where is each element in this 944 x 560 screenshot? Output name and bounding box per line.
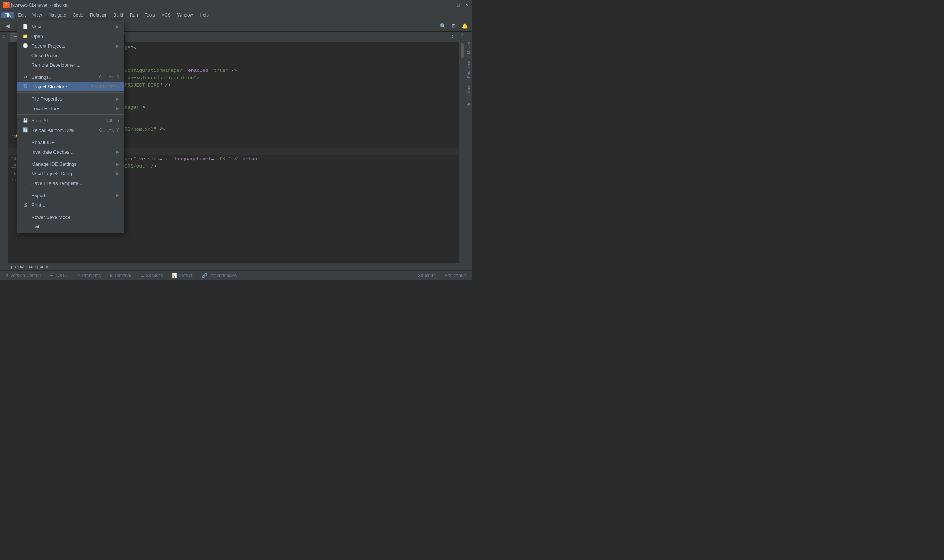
- structure-panel-toggle[interactable]: Structure: [414, 272, 440, 279]
- notifications-toolbar-button[interactable]: 🔔: [460, 22, 469, 30]
- version-control-tab[interactable]: ⬆ Version Control: [2, 272, 44, 279]
- bookmarks-panel-toggle[interactable]: Bookmarks: [441, 272, 470, 279]
- project-panel-toggle[interactable]: P: [1, 33, 8, 40]
- menu-reload-all[interactable]: 🔄 Reload All from Disk Ctrl+Alt+Y: [17, 125, 123, 135]
- menu-export[interactable]: Export ▶: [17, 191, 123, 200]
- tab-more-button[interactable]: ⋮: [449, 33, 457, 42]
- window-title: javaweb-01-maven - misc.xml: [11, 3, 70, 8]
- todo-tab[interactable]: ☰ TODO: [46, 272, 71, 279]
- title-bar-controls: — □ ✕: [448, 3, 469, 8]
- problems-tab[interactable]: ⚠ Problems: [73, 272, 105, 279]
- power-save-icon: [22, 214, 28, 220]
- menu-new-projects-setup[interactable]: New Projects Setup ▶: [17, 169, 123, 178]
- back-button[interactable]: ◀: [3, 22, 12, 30]
- menu-recent-label: Recent Projects: [31, 43, 112, 49]
- local-history-arrow: ▶: [116, 106, 119, 111]
- manage-icon: [22, 161, 28, 167]
- menu-new[interactable]: 📄 New ▶: [17, 22, 123, 31]
- title-bar: J javaweb-01-maven - misc.xml — □ ✕: [0, 0, 472, 10]
- search-toolbar-button[interactable]: 🔍: [438, 22, 447, 30]
- menu-tools[interactable]: Tools: [142, 12, 158, 18]
- settings-shortcut: Ctrl+Alt+S: [99, 74, 119, 80]
- left-sidebar: P: [0, 32, 8, 271]
- menu-file-properties[interactable]: File Properties ▶: [17, 94, 123, 103]
- menu-power-save[interactable]: Power Save Mode: [17, 212, 123, 222]
- menu-window[interactable]: Window: [174, 12, 196, 18]
- recent-arrow: ▶: [116, 43, 119, 48]
- maven-panel-toggle[interactable]: Maven: [466, 39, 472, 57]
- reload-shortcut: Ctrl+Alt+Y: [99, 128, 119, 132]
- notifications-panel-toggle[interactable]: Notifications: [466, 82, 472, 110]
- menu-save-all[interactable]: 💾 Save All Ctrl+S: [17, 116, 123, 125]
- breadcrumb-component[interactable]: component: [29, 264, 51, 269]
- minimize-button[interactable]: —: [448, 3, 453, 8]
- menu-remote-dev[interactable]: Remote Development...: [17, 60, 123, 70]
- menu-vcs[interactable]: VCS: [159, 12, 174, 18]
- menu-close-project[interactable]: Close Project: [17, 51, 123, 60]
- recent-icon: 🕐: [22, 42, 28, 49]
- settings-toolbar-button[interactable]: ⚙: [449, 22, 458, 30]
- menu-local-history-label: Local History: [31, 106, 112, 111]
- profiler-tab[interactable]: 📊 Profiler: [168, 272, 197, 279]
- menu-refactor[interactable]: Refactor: [87, 12, 110, 18]
- menu-close-project-label: Close Project: [31, 53, 119, 58]
- new-arrow: ▶: [116, 24, 119, 29]
- menu-repair-ide[interactable]: Repair IDE: [17, 137, 123, 147]
- menu-open-label: Open...: [31, 34, 119, 39]
- file-properties-icon: [22, 95, 28, 102]
- problems-icon: ⚠: [77, 273, 81, 278]
- menu-recent-projects[interactable]: 🕐 Recent Projects ▶: [17, 41, 123, 51]
- save-shortcut: Ctrl+S: [106, 118, 119, 123]
- menu-help[interactable]: Help: [197, 12, 212, 18]
- menu-manage-ide[interactable]: Manage IDE Settings ▶: [17, 159, 123, 169]
- menu-navigate[interactable]: Navigate: [46, 12, 69, 18]
- divider-3: [17, 114, 123, 115]
- open-icon: 📁: [22, 33, 28, 39]
- menu-settings[interactable]: ⚙ Settings... Ctrl+Alt+S: [17, 72, 123, 82]
- database-panel-toggle[interactable]: Database: [466, 58, 472, 81]
- menu-file[interactable]: File: [2, 12, 14, 18]
- menu-print-label: Print...: [31, 202, 119, 208]
- far-right-panels: Maven Database Notifications: [464, 32, 472, 271]
- services-icon: ☁: [140, 273, 145, 278]
- new-projects-icon: [22, 170, 28, 177]
- services-tab[interactable]: ☁ Services: [136, 272, 167, 279]
- menu-remote-label: Remote Development...: [31, 62, 119, 68]
- terminal-tab[interactable]: ▶ Terminal: [106, 272, 134, 279]
- menu-invalidate-caches[interactable]: Invalidate Caches... ▶: [17, 147, 123, 157]
- close-button[interactable]: ✕: [464, 3, 469, 8]
- version-control-icon: ⬆: [5, 273, 9, 278]
- scrollbar-track[interactable]: [459, 39, 464, 271]
- menu-view[interactable]: View: [29, 12, 45, 18]
- scrollbar-thumb[interactable]: [461, 43, 464, 58]
- menu-reload-label: Reload All from Disk: [31, 128, 96, 133]
- maximize-button[interactable]: □: [456, 3, 461, 8]
- todo-label: TODO: [55, 273, 68, 278]
- manage-arrow: ▶: [116, 162, 119, 166]
- dependencies-label: Dependencies: [209, 273, 237, 278]
- profiler-label: Profiler: [179, 273, 193, 278]
- menu-bar: File Edit View Navigate Code Refactor Bu…: [0, 10, 472, 20]
- dependencies-tab[interactable]: 🔗 Dependencies: [198, 272, 241, 279]
- menu-edit[interactable]: Edit: [15, 12, 29, 18]
- menu-code[interactable]: Code: [70, 12, 86, 18]
- menu-save-template[interactable]: Save File as Template...: [17, 178, 123, 188]
- menu-print[interactable]: 🖨 Print...: [17, 200, 123, 210]
- menu-local-history[interactable]: Local History ▶: [17, 103, 123, 113]
- problems-label: Problems: [82, 273, 101, 278]
- menu-build[interactable]: Build: [110, 12, 126, 18]
- exit-icon: [22, 223, 28, 230]
- remote-icon: [22, 62, 28, 68]
- menu-exit[interactable]: Exit: [17, 222, 123, 231]
- breadcrumb-project[interactable]: project: [11, 264, 24, 269]
- menu-run[interactable]: Run: [127, 12, 141, 18]
- close-project-icon: [22, 52, 28, 58]
- reload-icon: 🔄: [22, 127, 28, 133]
- dependencies-icon: 🔗: [202, 273, 207, 278]
- project-structure-shortcut: Ctrl+Alt+Shift+S: [87, 84, 119, 89]
- file-status-ok: ✓: [459, 32, 464, 39]
- menu-project-structure-label: Project Structure...: [31, 84, 85, 89]
- menu-open[interactable]: 📁 Open...: [17, 31, 123, 41]
- menu-project-structure[interactable]: 🏗 Project Structure... Ctrl+Alt+Shift+S …: [17, 82, 123, 91]
- profiler-icon: 📊: [172, 273, 177, 278]
